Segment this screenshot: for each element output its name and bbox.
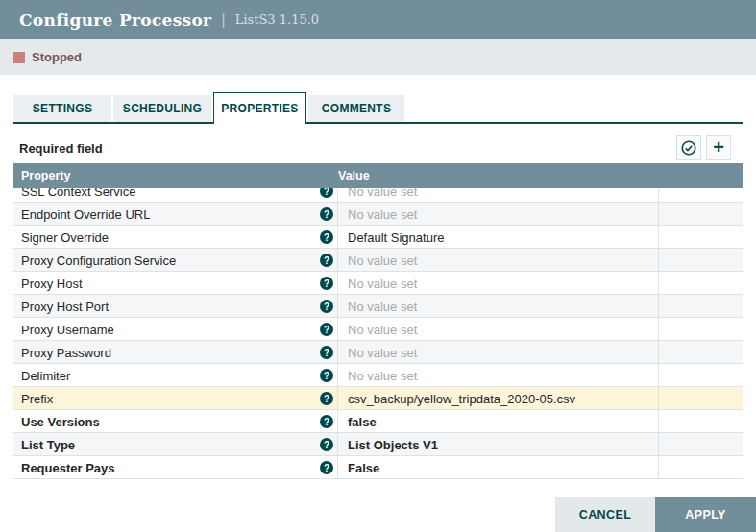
extra-cell	[659, 272, 743, 295]
help-icon[interactable]: ?	[320, 369, 333, 382]
table-header: Property Value	[13, 163, 743, 188]
help-icon[interactable]: ?	[320, 323, 333, 336]
extra-cell	[659, 249, 743, 272]
column-header-property: Property	[13, 169, 338, 182]
property-cell: Use Versions ?	[13, 410, 338, 433]
property-cell: List Type ?	[13, 433, 338, 456]
extra-cell	[659, 295, 743, 318]
property-cell: Proxy Username ?	[13, 318, 338, 341]
stopped-status-icon	[13, 52, 25, 63]
property-name: SSL Context Service	[21, 188, 135, 199]
help-icon[interactable]: ?	[320, 438, 333, 451]
property-value: No value set	[348, 300, 417, 314]
value-cell[interactable]: False	[338, 456, 659, 479]
property-value: No value set	[348, 277, 417, 291]
table-row[interactable]: Prefix ? csv_backup/yellow_tripdata_2020…	[13, 387, 743, 410]
help-icon[interactable]: ?	[320, 188, 333, 198]
tab-properties-label: PROPERTIES	[221, 102, 298, 115]
value-cell[interactable]: No value set	[338, 203, 659, 226]
processor-name-version: ListS3 1.15.0	[235, 12, 319, 27]
title-separator: |	[221, 11, 225, 30]
verify-properties-button[interactable]	[676, 135, 701, 160]
property-cell: Proxy Password ?	[13, 341, 338, 364]
cancel-button[interactable]: CANCEL	[555, 497, 655, 532]
table-row[interactable]: Endpoint Override URL ? No value set	[13, 203, 743, 226]
tab-comments-label: COMMENTS	[322, 102, 391, 115]
property-value: No value set	[348, 369, 417, 383]
property-name: Proxy Configuration Service	[21, 254, 176, 268]
extra-cell	[659, 387, 743, 410]
table-row[interactable]: Proxy Host Port ? No value set	[13, 295, 743, 318]
value-cell[interactable]: Default Signature	[338, 226, 659, 249]
configure-processor-dialog: Configure Processor | ListS3 1.15.0 Stop…	[0, 0, 756, 532]
column-header-value: Value	[338, 169, 743, 182]
help-icon[interactable]: ?	[320, 254, 333, 267]
apply-button[interactable]: APPLY	[655, 497, 756, 532]
circle-check-icon	[680, 139, 697, 157]
properties-table: Property Value SSL Context Service ? No …	[13, 163, 743, 479]
tab-settings[interactable]: SETTINGS	[13, 95, 111, 122]
help-icon[interactable]: ?	[320, 207, 333, 221]
table-row[interactable]: List Type ? List Objects V1	[13, 433, 743, 456]
tab-scheduling[interactable]: SCHEDULING	[113, 95, 211, 122]
table-row[interactable]: SSL Context Service ? No value set	[13, 188, 743, 203]
extra-cell	[659, 203, 743, 226]
tab-properties[interactable]: PROPERTIES	[213, 92, 306, 124]
property-value: List Objects V1	[348, 438, 438, 452]
value-cell[interactable]: No value set	[338, 318, 659, 341]
table-row[interactable]: Signer Override ? Default Signature	[13, 226, 743, 249]
help-icon[interactable]: ?	[320, 346, 333, 359]
value-cell[interactable]: false	[338, 410, 659, 433]
tab-scheduling-label: SCHEDULING	[123, 102, 202, 115]
help-icon[interactable]: ?	[320, 415, 333, 428]
value-cell[interactable]: List Objects V1	[338, 433, 659, 456]
property-name: Signer Override	[21, 230, 109, 245]
extra-cell	[659, 188, 743, 203]
value-cell[interactable]: No value set	[338, 364, 659, 387]
value-cell[interactable]: csv_backup/yellow_tripdata_2020-05.csv	[338, 387, 659, 410]
property-value: false	[348, 415, 377, 429]
extra-cell	[659, 226, 743, 249]
property-name: List Type	[21, 438, 75, 452]
extra-cell	[659, 341, 743, 364]
property-cell: Delimiter ?	[13, 364, 338, 387]
table-row[interactable]: Requester Pays ? False	[13, 456, 743, 479]
property-cell: Proxy Host Port ?	[13, 295, 338, 318]
value-cell[interactable]: No value set	[338, 295, 659, 318]
table-row[interactable]: Proxy Configuration Service ? No value s…	[13, 249, 743, 272]
help-icon[interactable]: ?	[320, 277, 333, 290]
table-row[interactable]: Proxy Password ? No value set	[13, 341, 743, 364]
help-icon[interactable]: ?	[320, 230, 333, 244]
property-cell: Proxy Configuration Service ?	[13, 249, 338, 272]
value-cell[interactable]: No value set	[338, 188, 659, 203]
property-value: No value set	[348, 323, 417, 337]
value-cell[interactable]: No value set	[338, 272, 659, 295]
property-name: Proxy Password	[21, 346, 111, 360]
value-cell[interactable]: No value set	[338, 341, 659, 364]
table-row[interactable]: Delimiter ? No value set	[13, 364, 743, 387]
table-body: SSL Context Service ? No value set Endpo…	[13, 188, 743, 479]
panel-buttons: +	[676, 135, 731, 160]
property-name: Endpoint Override URL	[21, 207, 150, 222]
add-property-button[interactable]: +	[706, 135, 731, 160]
property-cell: Prefix ?	[13, 387, 338, 410]
property-name: Requester Pays	[21, 461, 115, 475]
plus-icon: +	[713, 137, 724, 157]
property-cell: SSL Context Service ?	[13, 188, 338, 203]
extra-cell	[659, 410, 743, 433]
property-value: No value set	[348, 207, 417, 222]
property-cell: Signer Override ?	[13, 226, 338, 249]
table-row[interactable]: Proxy Host ? No value set	[13, 272, 743, 295]
property-value: No value set	[348, 254, 417, 268]
dialog-titlebar: Configure Processor | ListS3 1.15.0	[0, 0, 756, 39]
property-cell: Requester Pays ?	[13, 456, 338, 479]
property-cell: Endpoint Override URL ?	[13, 203, 338, 226]
table-row[interactable]: Proxy Username ? No value set	[13, 318, 743, 341]
help-icon[interactable]: ?	[320, 392, 333, 405]
value-cell[interactable]: No value set	[338, 249, 659, 272]
table-row[interactable]: Use Versions ? false	[13, 410, 743, 433]
tab-comments[interactable]: COMMENTS	[308, 95, 404, 122]
help-icon[interactable]: ?	[320, 300, 333, 313]
help-icon[interactable]: ?	[320, 461, 333, 474]
property-cell: Proxy Host ?	[13, 272, 338, 295]
